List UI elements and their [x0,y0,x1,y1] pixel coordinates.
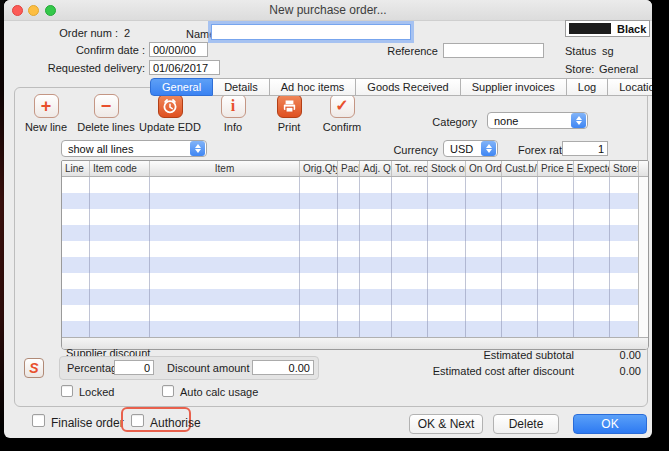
column-header-store[interactable]: Store: [610,161,639,176]
estimated-subtotal-label: Estimated subtotal [424,349,574,361]
column-header-on-order[interactable]: On Order [466,161,502,176]
table-cell [392,177,428,193]
title-bar[interactable]: New purchase order... [4,0,652,21]
column-header-price-ext[interactable]: Price Ext [538,161,574,176]
table-cell [360,305,392,321]
name-input[interactable] [211,24,411,40]
table-cell [428,193,466,209]
table-cell [338,305,360,321]
table-cell [392,273,428,289]
toolbar-button-update-edd[interactable]: Update EDD [135,94,205,133]
table-cell [338,321,360,337]
column-header-orig-qty[interactable]: Orig.Qty [300,161,338,176]
show-lines-dropdown[interactable]: show all lines [61,140,207,157]
order-lines-table[interactable]: LineItem codeItemOrig.QtyPackAdj. QtyTot… [61,160,649,350]
currency-label: Currency [350,144,438,156]
toolbar-button-confirm[interactable]: ✓Confirm [307,94,377,133]
tab-supplier-invoices[interactable]: Supplier invoices [461,78,567,96]
table-cell [392,289,428,305]
table-cell [538,225,574,241]
table-cell [360,225,392,241]
authorise-checkbox[interactable] [131,414,144,427]
order-num-label: Order num : [24,27,118,39]
table-row[interactable] [62,193,648,209]
toolbar-label: Print [278,121,301,133]
table-cell [466,289,502,305]
table-body[interactable] [62,177,648,337]
column-header-tot-rece[interactable]: Tot. rece... [392,161,428,176]
currency-dropdown[interactable]: USD [443,140,498,157]
column-header-stock-on[interactable]: Stock on... [428,161,466,176]
discount-amount-input[interactable] [252,360,314,375]
recalculate-discount-button[interactable]: S [24,358,44,378]
tab-general[interactable]: General [150,78,213,96]
forex-rate-label: Forex rate [518,144,568,156]
table-cell [62,273,90,289]
finalise-order-checkbox[interactable] [32,414,45,427]
table-row[interactable] [62,209,648,225]
table-cell [62,193,90,209]
column-header-item[interactable]: Item [150,161,300,176]
auto-calc-usage-checkbox[interactable] [162,385,174,397]
category-label: Category [384,116,477,128]
tab-ad-hoc-items[interactable]: Ad hoc items [270,78,357,96]
column-header-cust-b-o[interactable]: Cust.b/o... [502,161,538,176]
table-row[interactable] [62,257,648,273]
table-row[interactable] [62,305,648,321]
forex-rate-input[interactable] [562,141,608,156]
order-num-value: 2 [124,27,130,39]
table-cell [574,305,610,321]
table-header-row[interactable]: LineItem codeItemOrig.QtyPackAdj. QtyTot… [62,161,648,177]
requested-delivery-input[interactable] [149,60,220,75]
window-title: New purchase order... [4,3,652,17]
reference-input[interactable] [443,43,544,58]
table-cell [360,209,392,225]
table-cell [90,193,150,209]
color-dropdown[interactable]: Black [565,20,650,37]
category-dropdown[interactable]: none [487,112,588,129]
table-row[interactable] [62,225,648,241]
table-row[interactable] [62,321,648,337]
toolbar-button-delete-lines[interactable]: −Delete lines [71,94,141,133]
delete-button[interactable]: Delete [493,414,559,434]
table-cell [466,273,502,289]
table-cell [428,177,466,193]
locked-checkbox[interactable] [61,385,73,397]
column-header-item-code[interactable]: Item code [90,161,150,176]
table-row[interactable] [62,177,648,193]
table-cell [392,241,428,257]
table-cell [610,225,639,241]
tab-location[interactable]: Location [608,78,652,96]
table-cell [300,305,338,321]
column-header-expected[interactable]: Expected... [574,161,610,176]
table-cell [538,273,574,289]
table-row[interactable] [62,273,648,289]
vertical-scrollbar[interactable] [638,177,648,337]
table-row[interactable] [62,289,648,305]
column-header-pack[interactable]: Pack [338,161,360,176]
percentage-input[interactable] [114,360,154,375]
table-cell [338,177,360,193]
confirm-date-input[interactable] [149,42,208,57]
tab-details[interactable]: Details [213,78,270,96]
ok-button[interactable]: OK [573,414,647,434]
table-cell [502,273,538,289]
chevron-updown-icon [190,141,205,156]
tab-log[interactable]: Log [567,78,608,96]
category-value: none [488,115,571,127]
table-cell [338,273,360,289]
table-row[interactable] [62,241,648,257]
table-cell [428,257,466,273]
table-cell [62,241,90,257]
tab-goods-received[interactable]: Goods Received [356,78,460,96]
estimated-subtotal-value: 0.00 [594,349,641,361]
ok-next-button[interactable]: OK & Next [409,414,483,434]
column-header-adj-qty[interactable]: Adj. Qty [360,161,392,176]
table-cell [338,209,360,225]
table-cell [150,241,300,257]
table-cell [338,257,360,273]
column-header-line[interactable]: Line [62,161,90,176]
table-cell [338,225,360,241]
estimated-cost-value: 0.00 [594,365,641,377]
toolbar-label: Confirm [323,121,362,133]
